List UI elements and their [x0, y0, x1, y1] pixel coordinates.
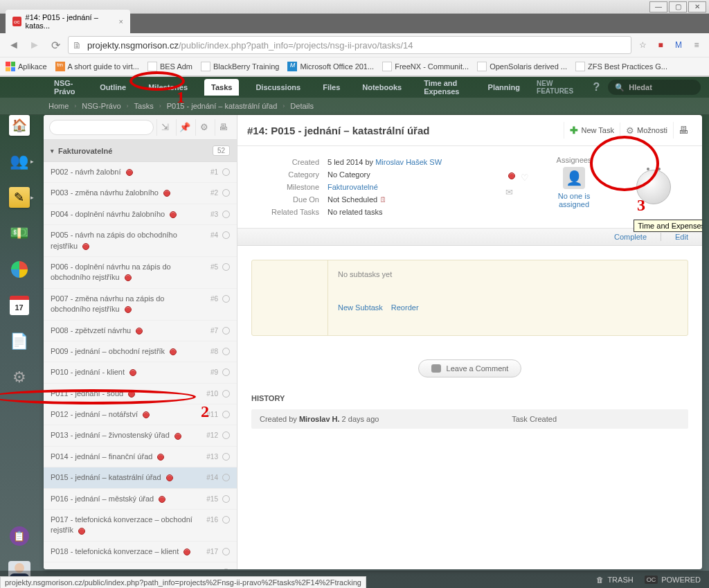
task-status-circle[interactable]: [222, 231, 230, 239]
time-expenses-widget[interactable]: Time and Expenses: [619, 156, 688, 218]
nav-files[interactable]: Files: [317, 80, 345, 95]
bookmark-item[interactable]: OpenSolaris derived ...: [477, 62, 567, 71]
search-input[interactable]: 🔍 Hledat: [608, 80, 701, 95]
expand-icon[interactable]: ⇲: [156, 119, 173, 136]
task-status-circle[interactable]: [222, 168, 230, 176]
tab-close-icon[interactable]: ×: [119, 17, 123, 26]
task-item[interactable]: P002 - návrh žalobní #1: [44, 162, 237, 183]
options-button[interactable]: ⚙Možnosti: [620, 123, 673, 139]
complete-link[interactable]: Complete: [614, 233, 647, 241]
bookmark-item[interactable]: BlackBerry Training: [201, 62, 279, 71]
task-item[interactable]: P004 - doplnění návrhu žalobního #3: [44, 204, 237, 225]
rail-people-icon[interactable]: 👥▸: [9, 151, 30, 172]
rail-money-icon[interactable]: 💵: [9, 223, 30, 244]
task-status-circle[interactable]: [222, 411, 230, 418]
mail-icon[interactable]: ✉: [505, 187, 513, 197]
task-status-circle[interactable]: [222, 569, 230, 569]
calendar-small-icon[interactable]: 🗓: [379, 195, 387, 204]
url-field[interactable]: 🗎 projekty.nsgmorison.cz/public/index.ph…: [68, 36, 631, 54]
task-status-circle[interactable]: [222, 474, 230, 481]
nav-time-expenses[interactable]: Time and Expenses: [418, 75, 471, 99]
leave-comment-button[interactable]: Leave a Comment: [418, 359, 522, 377]
nav-tasks[interactable]: Tasks: [204, 79, 239, 96]
task-group-header[interactable]: ▾ Fakturovatelné 52: [44, 140, 237, 162]
rail-home-icon[interactable]: 🏠: [9, 115, 30, 136]
new-subtask-link[interactable]: New Subtask: [338, 303, 383, 312]
crumb-home[interactable]: Home: [48, 102, 69, 110]
task-status-circle[interactable]: [222, 368, 230, 376]
task-status-circle[interactable]: [222, 211, 230, 218]
menu-icon[interactable]: ≡: [690, 40, 703, 50]
help-icon[interactable]: ?: [593, 81, 600, 93]
assignee-none-link[interactable]: No one is assigned: [543, 192, 605, 208]
rail-doc-icon[interactable]: 📄: [9, 331, 30, 352]
trash-link[interactable]: 🗑TRASH: [596, 576, 633, 584]
task-item[interactable]: P015 - jednání – katastrální úřad #14: [44, 467, 237, 488]
priority-dot-icon[interactable]: [508, 172, 515, 179]
favorite-icon[interactable]: ♡: [521, 172, 529, 183]
task-status-circle[interactable]: [222, 263, 230, 271]
new-task-button[interactable]: ✚New Task: [564, 122, 619, 139]
task-item[interactable]: P017 - telefonická konverzace – obchodní…: [44, 510, 237, 542]
nav-nsgpravo[interactable]: NSG-Právo: [48, 75, 83, 99]
reorder-link[interactable]: Reorder: [391, 303, 419, 312]
task-item[interactable]: P011 - jednání - soud #10: [44, 384, 237, 404]
task-item[interactable]: P007 - změna návrhu na zápis do obchodní…: [44, 289, 237, 321]
milestone-link[interactable]: Fakturovatelné: [327, 183, 378, 191]
created-by-link[interactable]: Miroslav Hašek SW: [375, 158, 442, 166]
rail-edit-icon[interactable]: ✎▸: [9, 187, 30, 208]
task-item[interactable]: P018 - telefonická konverzace – klient #…: [44, 542, 237, 562]
task-status-circle[interactable]: [222, 495, 230, 503]
nav-milestones[interactable]: Milestones: [143, 80, 193, 95]
apps-button[interactable]: Aplikace: [6, 62, 47, 71]
back-button[interactable]: ◄: [6, 37, 22, 53]
powered-link[interactable]: OCPOWERED: [645, 576, 701, 584]
rail-calendar-icon[interactable]: 17: [9, 295, 30, 316]
bookmark-item[interactable]: MMicrosoft Office 201...: [287, 62, 374, 71]
task-item[interactable]: P019 - telefonická konverzace – soud #18: [44, 562, 237, 569]
print-button[interactable]: 🖶: [673, 122, 692, 139]
nav-notebooks[interactable]: Notebooks: [357, 80, 407, 95]
ext2-icon[interactable]: M: [672, 40, 685, 50]
rail-chart-icon[interactable]: [9, 259, 30, 280]
close-window-button[interactable]: ✕: [688, 1, 706, 12]
task-item[interactable]: P008 - zpětvzetí návrhu #7: [44, 321, 237, 341]
task-item[interactable]: P010 - jednání - klient #9: [44, 362, 237, 383]
browser-tab[interactable]: oc #14: P015 - jednání – katas... ×: [6, 10, 130, 33]
task-status-circle[interactable]: [222, 516, 230, 524]
task-status-circle[interactable]: [222, 189, 230, 197]
reload-button[interactable]: ⟳: [47, 37, 64, 53]
bookmark-item[interactable]: FreeNX - Communit...: [382, 62, 469, 71]
nav-planning[interactable]: Planning: [483, 80, 526, 95]
nav-discussions[interactable]: Discussions: [250, 80, 306, 95]
maximize-button[interactable]: ▢: [669, 1, 687, 12]
rail-settings-icon[interactable]: ⚙: [9, 367, 30, 388]
task-search-input[interactable]: [49, 120, 154, 135]
print-icon[interactable]: 🖶: [215, 119, 231, 136]
task-item[interactable]: P014 - jednání – finanční úřad #13: [44, 447, 237, 467]
task-status-circle[interactable]: [222, 548, 230, 555]
nav-outline[interactable]: Outline: [94, 80, 132, 95]
pin-icon[interactable]: 📌: [176, 119, 192, 136]
task-status-circle[interactable]: [222, 453, 230, 461]
task-status-circle[interactable]: [222, 295, 230, 303]
task-item[interactable]: P013 - jednání – živnostenský úřad #12: [44, 425, 237, 446]
new-features-link[interactable]: NEW FEATURES: [537, 80, 584, 95]
task-item[interactable]: P006 - doplnění návrhu na zápis do obcho…: [44, 257, 237, 289]
edit-link[interactable]: Edit: [675, 233, 688, 241]
bookmark-item[interactable]: BES Adm: [147, 62, 192, 71]
crumb-project[interactable]: NSG-Právo: [82, 102, 120, 110]
task-status-circle[interactable]: [222, 390, 230, 398]
gear-icon[interactable]: ⚙: [195, 119, 212, 136]
task-item[interactable]: P009 - jednání – obchodní rejstřík #8: [44, 341, 237, 362]
task-status-circle[interactable]: [222, 348, 230, 355]
task-status-circle[interactable]: [222, 327, 230, 335]
bookmark-item[interactable]: tmA short guide to virt...: [55, 62, 139, 71]
task-list[interactable]: P002 - návrh žalobní #1P003 - změna návr…: [44, 162, 237, 569]
task-item[interactable]: P016 - jednání – městský úřad #15: [44, 489, 237, 510]
star-icon[interactable]: ☆: [636, 40, 649, 50]
minimize-button[interactable]: —: [649, 1, 667, 12]
forward-button[interactable]: ►: [26, 37, 43, 53]
task-item[interactable]: P003 - změna návrhu žalobního #2: [44, 183, 237, 204]
task-item[interactable]: P005 - návrh na zápis do obchodního rejs…: [44, 225, 237, 257]
